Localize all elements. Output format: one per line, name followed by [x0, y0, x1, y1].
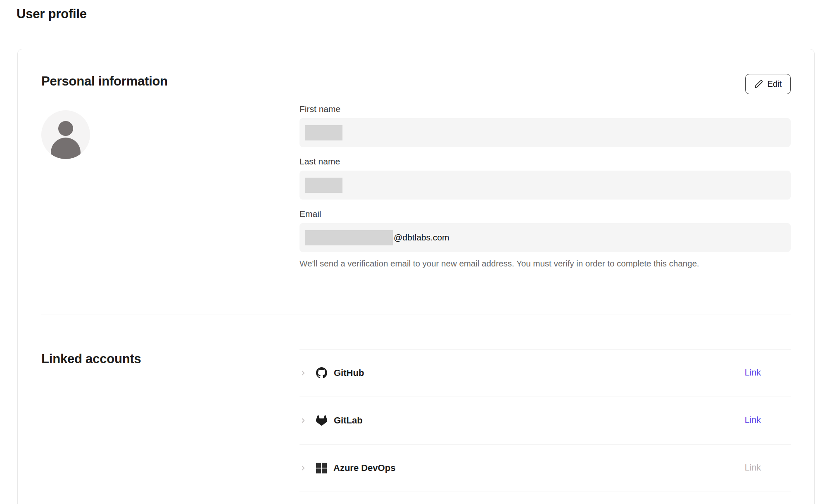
personal-info-heading: Personal information: [41, 74, 168, 89]
gitlab-link-action[interactable]: Link: [745, 415, 761, 426]
linked-accounts-list: GitHub Link GitLab Link: [300, 349, 791, 492]
linked-accounts-heading-column: Linked accounts: [41, 349, 300, 492]
avatar-column: [41, 104, 300, 279]
email-label: Email: [300, 209, 791, 219]
gitlab-icon: [316, 415, 327, 426]
linked-account-row-azure-devops: Azure DevOps Link: [300, 445, 791, 492]
github-link-action[interactable]: Link: [745, 368, 761, 378]
email-field-group: Email @dbtlabs.com We'll send a verifica…: [300, 209, 791, 269]
azure-devops-icon: [316, 463, 327, 473]
email-helper-text: We'll send a verification email to your …: [300, 258, 791, 269]
page-title: User profile: [17, 7, 815, 21]
linked-accounts-section: Linked accounts GitHub Link: [41, 349, 791, 492]
last-name-field-group: Last name: [300, 157, 791, 200]
edit-button-label: Edit: [768, 79, 782, 89]
linked-account-row-gitlab: GitLab Link: [300, 397, 791, 445]
linked-account-name: GitLab: [334, 415, 363, 426]
email-domain-text: @dbtlabs.com: [394, 233, 449, 242]
redacted-value: [305, 178, 342, 193]
azure-devops-link-action: Link: [745, 463, 761, 473]
last-name-label: Last name: [300, 157, 791, 166]
profile-card: Personal information Edit: [17, 49, 815, 504]
last-name-input[interactable]: [300, 171, 791, 200]
github-icon: [316, 367, 327, 378]
page-header: User profile: [0, 0, 832, 30]
first-name-input[interactable]: [300, 118, 791, 147]
redacted-value: [305, 125, 342, 140]
first-name-field-group: First name: [300, 104, 791, 147]
edit-button[interactable]: Edit: [745, 74, 791, 94]
section-divider: [41, 314, 791, 314]
redacted-value: [305, 230, 393, 245]
personal-info-body: First name Last name Email @dbtlabs.com …: [41, 104, 791, 279]
chevron-right-icon[interactable]: [300, 464, 307, 472]
chevron-right-icon[interactable]: [300, 417, 307, 424]
personal-info-header: Personal information Edit: [41, 74, 791, 94]
personal-info-form: First name Last name Email @dbtlabs.com …: [300, 104, 791, 279]
linked-account-name: Azure DevOps: [333, 463, 395, 473]
chevron-right-icon[interactable]: [300, 369, 307, 377]
first-name-label: First name: [300, 104, 791, 114]
linked-account-name: GitHub: [334, 368, 364, 378]
avatar: [41, 110, 90, 159]
linked-accounts-heading: Linked accounts: [41, 352, 300, 366]
email-input[interactable]: @dbtlabs.com: [300, 223, 791, 252]
pencil-icon: [754, 80, 763, 88]
linked-account-row-github: GitHub Link: [300, 349, 791, 397]
